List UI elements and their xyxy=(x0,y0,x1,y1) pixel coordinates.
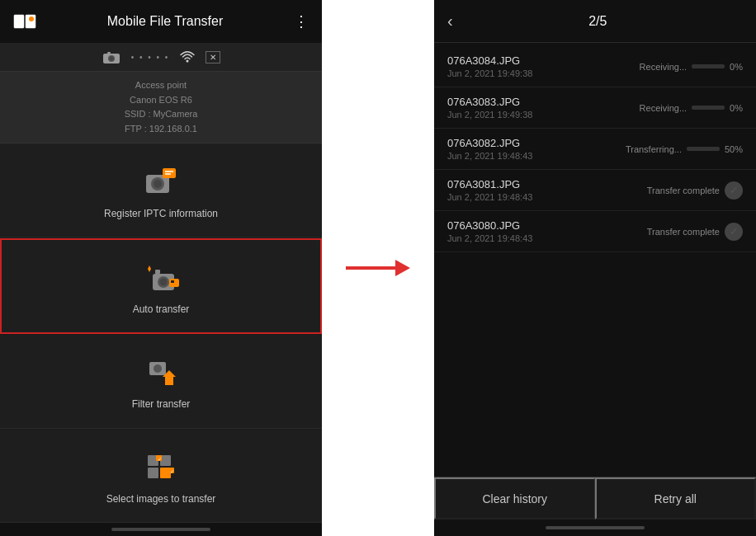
transfer-item-info-0: 076A3084.JPG Jun 2, 2021 19:49:38 xyxy=(447,54,627,78)
transfer-item-3: 076A3081.JPG Jun 2, 2021 19:48:43 Transf… xyxy=(434,170,756,211)
left-panel: Mobile File Transfer ⋮ • • • • • ✕ xyxy=(0,0,322,536)
iptc-icon xyxy=(139,162,182,201)
right-header: ‹ 2/5 xyxy=(434,0,756,43)
percent-0: 0% xyxy=(730,62,743,72)
arrow-right xyxy=(346,260,410,276)
camera-icon xyxy=(102,49,121,64)
date-2: Jun 2, 2021 19:48:43 xyxy=(447,151,626,161)
arrow-head xyxy=(395,260,410,276)
ssid-label: SSID : MyCamera xyxy=(13,107,309,122)
more-menu-icon[interactable]: ⋮ xyxy=(294,12,309,31)
svg-rect-17 xyxy=(155,270,160,274)
close-connection-icon[interactable]: ✕ xyxy=(206,51,220,63)
transfer-item-info-3: 076A3081.JPG Jun 2, 2021 19:48:43 xyxy=(447,178,627,202)
transfer-item-0: 076A3084.JPG Jun 2, 2021 19:49:38 Receiv… xyxy=(434,46,756,87)
transfer-item-4: 076A3080.JPG Jun 2, 2021 19:48:43 Transf… xyxy=(434,211,756,252)
status-text-0: Receiving... xyxy=(640,62,687,72)
arrow-section xyxy=(322,260,434,276)
transfer-item-2: 076A3082.JPG Jun 2, 2021 19:48:43 Transf… xyxy=(434,129,756,170)
svg-rect-25 xyxy=(148,468,158,478)
clear-history-button[interactable]: Clear history xyxy=(434,477,595,520)
status-text-3: Transfer complete xyxy=(647,186,720,195)
svg-rect-6 xyxy=(107,52,111,54)
transfer-item-info-1: 076A3083.JPG Jun 2, 2021 19:49:38 xyxy=(447,96,627,120)
camera-model: Canon EOS R6 xyxy=(13,93,309,108)
ftp-label: FTP : 192.168.0.1 xyxy=(13,122,309,137)
arrow-shaft xyxy=(346,266,395,270)
date-0: Jun 2, 2021 19:49:38 xyxy=(447,68,627,78)
svg-point-7 xyxy=(187,60,189,63)
transfer-item-info-2: 076A3082.JPG Jun 2, 2021 19:48:43 xyxy=(447,137,626,161)
bottom-buttons: Clear history Retry all xyxy=(434,477,756,520)
menu-item-select-images[interactable]: ✓ ✓ Select images to transfer xyxy=(0,430,322,523)
app-logo xyxy=(13,12,36,31)
svg-rect-19 xyxy=(171,280,174,283)
status-text-1: Receiving... xyxy=(640,103,687,113)
logo-icon xyxy=(13,12,36,31)
menu-item-auto-transfer[interactable]: Auto transfer xyxy=(0,238,322,334)
svg-point-21 xyxy=(154,364,162,373)
page-count: 2/5 xyxy=(453,14,743,29)
svg-rect-11 xyxy=(163,168,176,178)
filter-label: Filter transfer xyxy=(132,398,191,410)
svg-point-16 xyxy=(160,278,168,285)
transfer-item-1: 076A3083.JPG Jun 2, 2021 19:49:38 Receiv… xyxy=(434,87,756,129)
status-1: Receiving... 0% xyxy=(627,103,743,113)
complete-icon-4: ✓ xyxy=(725,223,743,241)
progress-bar-1 xyxy=(692,106,725,110)
status-3: Transfer complete ✓ xyxy=(627,181,743,200)
app-header: Mobile File Transfer ⋮ xyxy=(0,0,322,43)
menu-item-iptc[interactable]: Register IPTC information xyxy=(0,143,322,237)
svg-text:✓: ✓ xyxy=(158,457,162,462)
complete-icon-3: ✓ xyxy=(725,181,743,200)
status-2: Transferring... 50% xyxy=(626,144,743,154)
iptc-label: Register IPTC information xyxy=(104,208,218,219)
filename-1: 076A3083.JPG xyxy=(447,96,627,108)
svg-text:✓: ✓ xyxy=(170,469,174,474)
transfer-item-info-4: 076A3080.JPG Jun 2, 2021 19:48:43 xyxy=(447,219,627,243)
select-images-icon: ✓ ✓ xyxy=(139,447,182,487)
retry-all-button[interactable]: Retry all xyxy=(595,477,757,520)
connection-bar: • • • • • ✕ xyxy=(0,43,322,72)
transfer-list: 076A3084.JPG Jun 2, 2021 19:49:38 Receiv… xyxy=(434,43,756,477)
percent-1: 0% xyxy=(730,103,743,113)
auto-transfer-icon xyxy=(139,257,182,297)
status-text-2: Transferring... xyxy=(626,144,682,154)
filter-icon xyxy=(139,352,182,392)
back-button[interactable]: ‹ xyxy=(447,12,453,31)
access-point-label: Access point xyxy=(13,78,309,93)
auto-transfer-label: Auto transfer xyxy=(133,303,190,315)
filename-0: 076A3084.JPG xyxy=(447,54,627,67)
svg-rect-0 xyxy=(14,15,24,28)
ellipsis-icon: • • • • • xyxy=(131,53,170,62)
date-1: Jun 2, 2021 19:49:38 xyxy=(447,110,627,120)
right-header-inner: ‹ 2/5 xyxy=(447,12,743,31)
home-indicator-right xyxy=(434,520,756,536)
status-4: Transfer complete ✓ xyxy=(627,223,743,241)
svg-rect-18 xyxy=(169,279,179,287)
percent-2: 50% xyxy=(725,144,743,154)
svg-point-2 xyxy=(29,16,34,21)
app-container: Mobile File Transfer ⋮ • • • • • ✕ xyxy=(0,0,756,536)
filename-4: 076A3080.JPG xyxy=(447,219,627,232)
select-images-label: Select images to transfer xyxy=(106,493,216,505)
access-info: Access point Canon EOS R6 SSID : MyCamer… xyxy=(0,72,322,143)
home-indicator-left xyxy=(0,523,322,536)
menu-section: Register IPTC information Auto transfer xyxy=(0,143,322,523)
svg-point-5 xyxy=(109,57,113,61)
home-bar-right xyxy=(546,526,645,529)
status-text-4: Transfer complete xyxy=(647,227,720,237)
progress-bar-2 xyxy=(687,147,720,151)
status-0: Receiving... 0% xyxy=(627,62,743,72)
app-title: Mobile File Transfer xyxy=(36,14,294,29)
right-panel: ‹ 2/5 076A3084.JPG Jun 2, 2021 19:49:38 … xyxy=(434,0,756,536)
svg-point-10 xyxy=(154,180,162,188)
progress-bar-0 xyxy=(692,64,725,68)
filename-2: 076A3082.JPG xyxy=(447,137,626,149)
date-4: Jun 2, 2021 19:48:43 xyxy=(447,233,627,243)
home-bar xyxy=(111,528,210,531)
date-3: Jun 2, 2021 19:48:43 xyxy=(447,192,627,202)
wifi-icon xyxy=(179,50,196,63)
menu-item-filter[interactable]: Filter transfer xyxy=(0,335,322,428)
filename-3: 076A3081.JPG xyxy=(447,178,627,190)
